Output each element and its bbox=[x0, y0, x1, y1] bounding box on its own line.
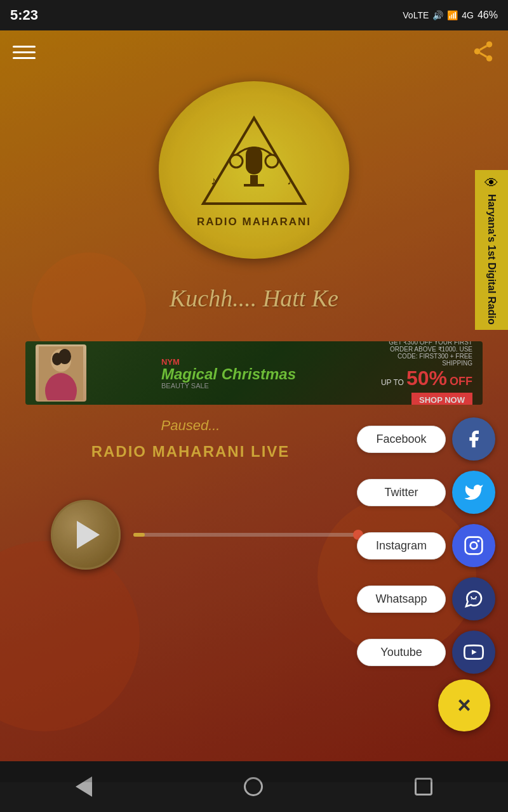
youtube-row: Youtube bbox=[357, 631, 495, 674]
instagram-icon bbox=[464, 535, 484, 556]
svg-rect-18 bbox=[465, 537, 483, 554]
battery-text: 46% bbox=[478, 10, 498, 21]
svg-point-20 bbox=[477, 540, 479, 542]
youtube-icon bbox=[464, 642, 484, 662]
youtube-circle-button[interactable] bbox=[452, 631, 495, 674]
svg-point-2 bbox=[486, 55, 493, 61]
hamburger-line3 bbox=[13, 57, 36, 59]
status-icons: VoLTE 🔊 📶 4G 46% bbox=[403, 10, 498, 21]
instagram-circle-button[interactable] bbox=[452, 524, 495, 567]
twitter-circle-button[interactable] bbox=[452, 471, 495, 514]
volte-icon: VoLTE bbox=[403, 10, 429, 20]
app-container: ♪ ♪ RADIO MAHARANI Kuchh.... Hatt Ke NYM… bbox=[0, 30, 508, 782]
whatsapp-circle-button[interactable] bbox=[452, 577, 495, 620]
share-icon bbox=[471, 39, 495, 63]
share-button[interactable] bbox=[471, 39, 495, 65]
close-fab-button[interactable]: × bbox=[438, 679, 490, 731]
svg-point-22 bbox=[476, 599, 476, 599]
hamburger-line1 bbox=[13, 46, 36, 48]
svg-line-3 bbox=[480, 53, 487, 56]
twitter-icon bbox=[464, 482, 484, 502]
status-time: 5:23 bbox=[10, 7, 38, 23]
twitter-row: Twitter bbox=[357, 471, 495, 514]
twitter-label-button[interactable]: Twitter bbox=[357, 479, 446, 506]
svg-point-21 bbox=[471, 599, 472, 599]
facebook-label-button[interactable]: Facebook bbox=[357, 426, 446, 453]
menu-button[interactable] bbox=[13, 42, 36, 63]
whatsapp-icon bbox=[464, 589, 484, 609]
svg-point-19 bbox=[471, 542, 478, 549]
svg-point-1 bbox=[474, 48, 481, 55]
lte-icon: 4G bbox=[462, 10, 474, 20]
facebook-circle-button[interactable] bbox=[452, 417, 495, 461]
facebook-icon bbox=[464, 429, 484, 449]
hamburger-line2 bbox=[13, 51, 36, 53]
bluetooth-icon: 🔊 bbox=[432, 10, 443, 20]
facebook-row: Facebook bbox=[357, 417, 495, 461]
signal-icon: 📶 bbox=[447, 10, 458, 20]
instagram-row: Instagram bbox=[357, 524, 495, 567]
youtube-label-button[interactable]: Youtube bbox=[357, 639, 446, 666]
svg-marker-23 bbox=[472, 650, 477, 655]
status-bar: 5:23 VoLTE 🔊 📶 4G 46% bbox=[0, 0, 508, 30]
social-buttons: Facebook Twitter Instagram bbox=[357, 417, 495, 684]
svg-point-0 bbox=[486, 41, 493, 48]
instagram-label-button[interactable]: Instagram bbox=[357, 532, 446, 560]
whatsapp-label-button[interactable]: Whatsapp bbox=[357, 586, 446, 613]
whatsapp-row: Whatsapp bbox=[357, 577, 495, 620]
svg-line-4 bbox=[480, 46, 487, 49]
